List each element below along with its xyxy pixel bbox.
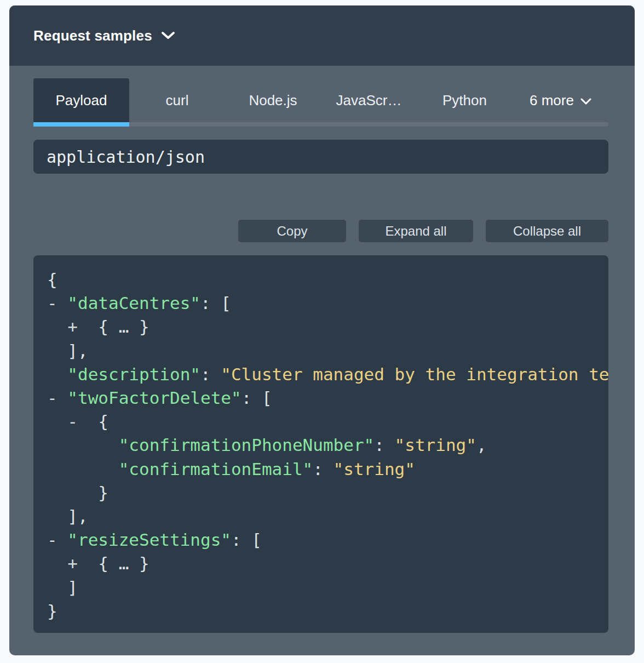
collapse-toggle-icon[interactable]: - <box>47 388 58 408</box>
json-string: "string" <box>334 459 415 479</box>
tab-curl[interactable]: curl <box>129 78 225 122</box>
json-punctuation: ] <box>47 578 78 597</box>
expand-all-button[interactable]: Expand all <box>359 220 473 242</box>
tab-nodejs[interactable]: Node.js <box>225 78 321 122</box>
code-line: ], <box>47 339 608 363</box>
collapse-toggle-icon[interactable]: - <box>47 293 58 313</box>
language-tabs: Payload curl Node.js JavaScr… Python 6 m… <box>33 78 608 127</box>
json-key: "confirmationEmail" <box>119 459 313 479</box>
json-punctuation <box>58 530 68 550</box>
request-samples-panel: Request samples Payload curl Node.js Jav… <box>9 5 635 655</box>
json-string: "string" <box>395 435 476 455</box>
json-punctuation: } <box>47 601 58 621</box>
json-punctuation <box>47 459 119 479</box>
json-punctuation <box>58 293 68 313</box>
json-punctuation <box>47 553 67 573</box>
code-line: - "resizeSettings": [ <box>47 528 608 552</box>
code-line: } <box>47 481 608 505</box>
json-punctuation: : <box>200 364 221 384</box>
request-samples-header[interactable]: Request samples <box>9 5 635 66</box>
code-line: { <box>47 268 608 292</box>
copy-button[interactable]: Copy <box>238 220 346 242</box>
json-punctuation: : [ <box>200 293 231 313</box>
json-code-block: {- "dataCentres": [ + { … } ], "descript… <box>33 255 608 633</box>
json-punctuation: ], <box>47 341 88 361</box>
collapse-toggle-icon[interactable]: - <box>67 411 78 431</box>
json-key: "twoFactorDelete" <box>67 388 241 408</box>
json-punctuation <box>47 364 67 384</box>
code-line: ] <box>47 576 608 599</box>
json-key: "resizeSettings" <box>67 530 231 550</box>
expand-toggle-icon[interactable]: + <box>67 553 78 573</box>
json-punctuation: { <box>47 270 58 289</box>
json-punctuation: { <box>78 411 108 431</box>
json-punctuation <box>47 435 119 455</box>
chevron-down-icon <box>580 92 591 109</box>
json-key: "dataCentres" <box>67 293 200 313</box>
code-line: "description": "Cluster managed by the i… <box>47 363 608 386</box>
json-key: "confirmationPhoneNumber" <box>119 435 375 455</box>
code-line: - "dataCentres": [ <box>47 292 608 315</box>
tabs-more-dropdown[interactable]: 6 more <box>513 78 608 122</box>
code-line: "confirmationPhoneNumber": "string", <box>47 433 608 457</box>
json-punctuation <box>47 411 67 431</box>
code-line: + { … } <box>47 552 608 575</box>
json-string: "Cluster managed by the integration tea <box>221 364 608 384</box>
code-line: } <box>47 599 608 623</box>
code-line: - { <box>47 410 608 433</box>
content-type-value: application/json <box>47 147 205 167</box>
json-punctuation: { … } <box>78 553 150 573</box>
code-line: + { … } <box>47 315 608 339</box>
tabs-more-label: 6 more <box>530 92 574 109</box>
json-punctuation <box>58 388 68 408</box>
tab-javascript[interactable]: JavaScr… <box>321 78 417 122</box>
json-punctuation: : [ <box>242 388 272 408</box>
json-key: "description" <box>67 364 200 384</box>
code-line: - "twoFactorDelete": [ <box>47 386 608 410</box>
content-type-bar: application/json <box>33 140 608 174</box>
json-punctuation: : <box>313 459 333 479</box>
active-tab-indicator <box>33 122 129 127</box>
tab-payload[interactable]: Payload <box>33 78 129 122</box>
code-line: "confirmationEmail": "string" <box>47 458 608 481</box>
collapse-all-button[interactable]: Collapse all <box>486 220 608 242</box>
code-line: ], <box>47 505 608 528</box>
json-punctuation <box>47 317 67 336</box>
json-punctuation: ], <box>47 506 88 526</box>
code-toolbar: Copy Expand all Collapse all <box>33 220 608 242</box>
tab-python[interactable]: Python <box>417 78 513 122</box>
chevron-down-icon <box>161 31 175 40</box>
json-punctuation: : <box>374 435 394 455</box>
json-punctuation: { … } <box>78 317 150 336</box>
collapse-toggle-icon[interactable]: - <box>47 530 58 550</box>
json-punctuation: : [ <box>231 530 262 550</box>
json-punctuation: } <box>47 483 108 502</box>
json-punctuation: , <box>476 435 487 455</box>
tabs-underline-track <box>33 122 608 127</box>
expand-toggle-icon[interactable]: + <box>67 317 78 336</box>
panel-title: Request samples <box>33 27 152 44</box>
